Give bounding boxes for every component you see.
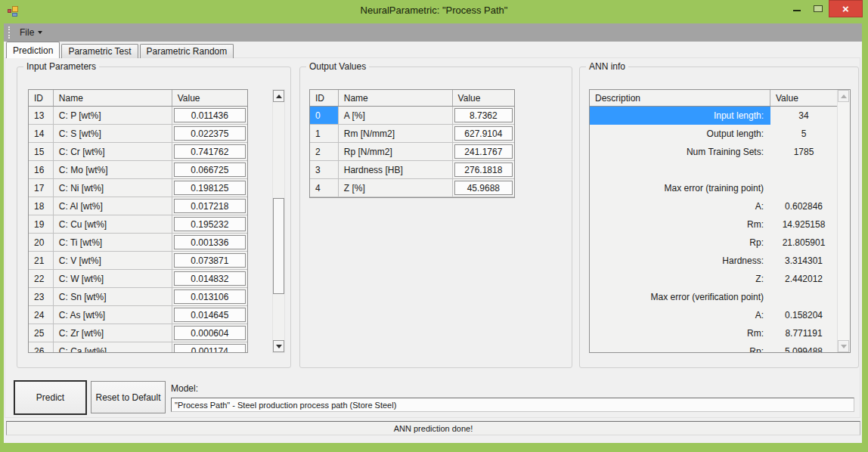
column-header-value[interactable]: Value — [172, 90, 247, 106]
table-row[interactable] — [590, 161, 850, 179]
column-header-value[interactable]: Value — [453, 90, 514, 106]
cell-description: Input length: — [590, 107, 770, 125]
ann-info-group: ANN info Description Value Input length:… — [579, 67, 859, 368]
value-input[interactable]: 0.066725 — [174, 163, 246, 177]
table-row[interactable]: 16 C: Mo [wt%] 0.066725 — [29, 161, 247, 179]
value-input[interactable]: 8.7362 — [454, 108, 513, 122]
value-input[interactable]: 0.001336 — [174, 235, 246, 249]
table-row[interactable]: Max error (verification point) — [590, 288, 850, 306]
column-header-name[interactable]: Name — [54, 90, 172, 106]
scroll-down-button[interactable] — [273, 340, 284, 352]
column-header-description[interactable]: Description — [590, 90, 770, 106]
value-input[interactable]: 0.001174 — [174, 344, 246, 353]
table-row[interactable]: 2 Rp [N/mm2] 241.1767 — [310, 143, 514, 161]
menu-grip[interactable] — [8, 26, 10, 39]
table-row[interactable]: Rm: 8.771191 — [590, 324, 850, 342]
title-bar[interactable]: NeuralParametric: "Process Path" × — [0, 0, 868, 23]
close-button[interactable]: × — [829, 0, 863, 17]
dropdown-caret-icon — [38, 31, 42, 34]
minimize-button[interactable] — [788, 0, 806, 17]
table-row[interactable]: 17 C: Ni [wt%] 0.198125 — [29, 179, 247, 197]
tab-parametric-test[interactable]: Parametric Test — [61, 44, 138, 58]
value-input[interactable]: 0.022375 — [174, 126, 246, 141]
table-row[interactable]: 4 Z [%] 45.9688 — [310, 179, 514, 197]
tab-prediction[interactable]: Prediction — [6, 42, 60, 58]
table-row[interactable]: 18 C: Al [wt%] 0.017218 — [29, 197, 247, 215]
table-row[interactable]: Num Training Sets: 1785 — [590, 143, 850, 161]
table-row[interactable]: 24 C: As [wt%] 0.014645 — [29, 306, 247, 324]
table-row[interactable]: 19 C: Cu [wt%] 0.195232 — [29, 215, 247, 234]
value-input[interactable]: 0.073871 — [174, 253, 246, 268]
maximize-button[interactable] — [809, 0, 827, 17]
cell-name: C: Cu [wt%] — [54, 215, 172, 233]
cell-id: 22 — [29, 270, 54, 287]
table-row[interactable]: 0 A [%] 8.7362 — [310, 107, 514, 125]
table-row[interactable]: Rm: 14.925158 — [590, 215, 850, 234]
scrollbar-thumb[interactable] — [273, 198, 284, 294]
cell-value: 0.073871 — [172, 252, 247, 269]
input-table-scrollbar[interactable] — [272, 89, 285, 353]
cell-name: Hardness [HB] — [339, 161, 453, 178]
arrow-up-icon — [841, 94, 847, 98]
table-row[interactable]: A: 0.158204 — [590, 306, 850, 324]
predict-button[interactable]: Predict — [14, 380, 87, 415]
app-window: NeuralParametric: "Process Path" × File … — [0, 0, 868, 452]
value-input[interactable]: 0.014645 — [174, 308, 246, 322]
cell-value: 0.014645 — [172, 306, 247, 324]
value-input[interactable]: 276.1818 — [454, 163, 513, 177]
value-input[interactable]: 0.198125 — [174, 181, 246, 195]
ann-table-scrollbar[interactable] — [837, 90, 850, 352]
output-values-table: ID Name Value 0 A [%] 8.7362 1 — [309, 89, 515, 198]
value-input[interactable]: 627.9104 — [454, 126, 513, 141]
scroll-up-button[interactable] — [273, 90, 284, 102]
table-row[interactable]: 14 C: S [wt%] 0.022375 — [29, 125, 247, 143]
scroll-up-button[interactable] — [838, 90, 849, 102]
table-row[interactable]: 26 C: Ca [wt%] 0.001174 — [29, 342, 247, 353]
table-row[interactable]: Input length: 34 — [590, 107, 850, 125]
table-row[interactable]: A: 0.602846 — [590, 197, 850, 215]
table-row[interactable]: 15 C: Cr [wt%] 0.741762 — [29, 143, 247, 161]
cell-description: Max error (verification point) — [590, 288, 770, 306]
minimize-icon — [793, 10, 801, 11]
value-input[interactable]: 0.000604 — [174, 326, 246, 340]
column-header-value[interactable]: Value — [770, 90, 837, 106]
column-header-id[interactable]: ID — [29, 90, 54, 106]
cell-name: C: Sn [wt%] — [54, 288, 172, 305]
model-textbox[interactable]: "Process Path" - Steel production proces… — [171, 398, 854, 412]
cell-description: Z: — [590, 270, 770, 288]
table-row[interactable]: Rp: 5.099488 — [590, 342, 850, 353]
table-row[interactable]: Max error (training point) — [590, 179, 850, 197]
table-row[interactable]: 25 C: Zr [wt%] 0.000604 — [29, 324, 247, 342]
value-input[interactable]: 241.1767 — [454, 144, 513, 159]
value-input[interactable]: 0.011436 — [174, 108, 246, 122]
reset-to-default-button[interactable]: Reset to Default — [91, 381, 166, 413]
table-row[interactable]: Rp: 21.805901 — [590, 234, 850, 252]
table-row[interactable]: 1 Rm [N/mm2] 627.9104 — [310, 125, 514, 143]
table-row[interactable]: Hardness: 3.314301 — [590, 252, 850, 270]
table-row[interactable]: Output length: 5 — [590, 125, 850, 143]
value-input[interactable]: 0.741762 — [174, 144, 246, 159]
scroll-down-button[interactable] — [838, 340, 849, 352]
column-header-id[interactable]: ID — [310, 90, 339, 106]
input-table-header: ID Name Value — [29, 90, 247, 107]
table-row[interactable]: 22 C: W [wt%] 0.014832 — [29, 270, 247, 288]
cell-value: 34 — [770, 107, 837, 125]
table-row[interactable]: 3 Hardness [HB] 276.1818 — [310, 161, 514, 179]
column-header-name[interactable]: Name — [339, 90, 453, 106]
menu-file[interactable]: File — [14, 25, 48, 40]
table-row[interactable]: Z: 2.442012 — [590, 270, 850, 288]
cell-id: 14 — [29, 125, 54, 142]
table-row[interactable]: 23 C: Sn [wt%] 0.013106 — [29, 288, 247, 306]
cell-value: 0.001336 — [172, 234, 247, 251]
cell-name: Rp [N/mm2] — [339, 143, 453, 160]
tab-parametric-random[interactable]: Parametric Random — [140, 44, 234, 58]
value-input[interactable]: 0.013106 — [174, 289, 246, 304]
table-row[interactable]: 13 C: P [wt%] 0.011436 — [29, 107, 247, 125]
table-row[interactable]: 20 C: Ti [wt%] 0.001336 — [29, 234, 247, 252]
value-input[interactable]: 45.9688 — [454, 181, 513, 195]
value-input[interactable]: 0.195232 — [174, 217, 246, 231]
value-input[interactable]: 0.014832 — [174, 271, 246, 286]
value-input[interactable]: 0.017218 — [174, 199, 246, 213]
table-row[interactable]: 21 C: V [wt%] 0.073871 — [29, 252, 247, 270]
cell-id: 25 — [29, 324, 54, 342]
